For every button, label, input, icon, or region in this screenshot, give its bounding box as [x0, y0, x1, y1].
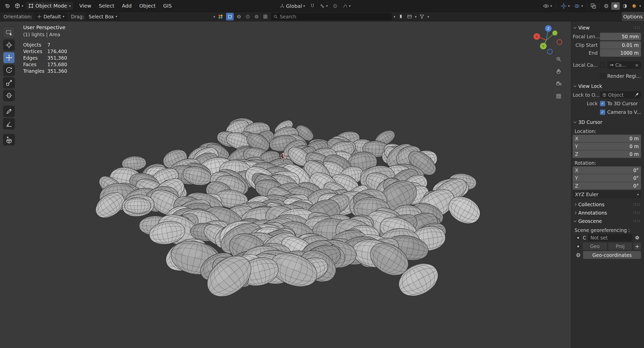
cursor-location-x-field[interactable]: X0 m — [573, 135, 641, 142]
tool-rotate[interactable] — [3, 65, 15, 76]
shading-solid-button[interactable] — [611, 2, 620, 10]
orientation-default-dropdown[interactable]: Default ▾ — [34, 13, 67, 20]
tool-annotate[interactable] — [3, 106, 15, 117]
collection-display-button[interactable] — [406, 13, 413, 20]
chevron-down-icon[interactable]: ▾ — [415, 15, 417, 18]
tool-move[interactable] — [3, 52, 15, 63]
drag-dropdown[interactable]: Select Box ▾ — [86, 13, 120, 20]
camera-to-view-checkbox[interactable]: ✓ — [600, 110, 605, 115]
ring-option-button[interactable] — [253, 13, 260, 20]
zoom-button[interactable] — [554, 55, 563, 63]
shading-material-button[interactable] — [621, 2, 629, 10]
eyedropper-icon[interactable] — [634, 93, 639, 97]
blender-window: ▾ Object Mode ▾ View Select Add Object G… — [0, 0, 644, 348]
shading-rendered-button[interactable] — [630, 2, 638, 10]
clear-icon[interactable]: × — [635, 62, 639, 68]
pan-button[interactable] — [554, 67, 563, 76]
crs-field[interactable]: Not set — [588, 234, 632, 241]
palette-button[interactable] — [217, 13, 224, 20]
bookmark-button[interactable] — [397, 13, 404, 20]
grid-option-button[interactable] — [262, 13, 269, 20]
section-annotations-header[interactable]: Annotations — [573, 208, 641, 217]
scene-canvas[interactable] — [0, 21, 571, 348]
chevron-down-icon[interactable]: ▾ — [427, 15, 429, 18]
filter-button[interactable] — [419, 13, 425, 20]
xray-icon — [590, 3, 596, 9]
add-crs-button[interactable]: + — [633, 242, 641, 250]
menu-gis[interactable]: GIS — [159, 0, 175, 12]
crs-settings-button[interactable] — [633, 234, 641, 241]
gizmo-axis-y-neg[interactable] — [552, 30, 557, 36]
cursor-rotation-z-field[interactable]: Z0° — [573, 182, 641, 190]
navigation-gizmo[interactable]: Z X Y — [529, 22, 564, 57]
section-geoscene-header[interactable]: Geoscene — [573, 217, 641, 225]
to-3d-cursor-checkbox[interactable]: ✓ — [600, 101, 605, 106]
render-region-checkbox[interactable] — [600, 74, 605, 79]
tool-scale[interactable] — [3, 77, 15, 88]
options-button[interactable]: Options — [622, 12, 644, 21]
blender-logo-button[interactable] — [3, 1, 12, 10]
tool-select-box[interactable] — [3, 27, 15, 38]
show-gizmo-dropdown[interactable]: ▾ — [559, 2, 571, 11]
proportional-edit-toggle[interactable] — [332, 3, 339, 9]
geo-proj-radio[interactable] — [576, 244, 581, 249]
section-view-header[interactable]: View — [573, 23, 641, 32]
snap-settings-dropdown[interactable]: ▾ — [318, 2, 330, 11]
editor-type-button[interactable]: ▾ — [13, 1, 25, 10]
search-input[interactable] — [280, 14, 389, 19]
viewport-3d[interactable]: User Perspective (1) lights | Area Objec… — [0, 21, 571, 348]
panel-grip[interactable] — [633, 220, 640, 223]
clip-end-field[interactable]: 1000 m — [600, 49, 641, 57]
falloff-dropdown[interactable]: ▾ — [341, 2, 352, 11]
chevron-down-icon[interactable]: ▾ — [394, 15, 396, 18]
tool-transform[interactable] — [3, 90, 15, 101]
xray-toggle[interactable] — [590, 3, 597, 9]
circle-option-button[interactable] — [244, 13, 251, 20]
show-overlays-dropdown[interactable]: ▾ — [572, 2, 585, 11]
shading-wireframe-button[interactable] — [602, 2, 611, 10]
menu-add[interactable]: Add — [118, 0, 135, 12]
visibility-dropdown[interactable]: ▾ — [541, 2, 554, 11]
section-view-lock-header[interactable]: View Lock — [573, 82, 641, 90]
geo-button[interactable]: Geo — [583, 242, 607, 250]
cursor-rotation-x-field[interactable]: X0° — [573, 166, 641, 174]
local-camera-checkbox[interactable] — [600, 62, 605, 68]
panel-grip[interactable] — [633, 26, 640, 29]
snap-toggle[interactable] — [309, 3, 316, 9]
geo-coordinates-button[interactable]: Geo-coordinates — [583, 251, 641, 259]
tool-cursor[interactable] — [3, 40, 15, 51]
chevron-down-icon[interactable]: ▾ — [213, 15, 215, 18]
local-camera-field[interactable]: Ca... × — [607, 61, 641, 69]
rotation-mode-dropdown[interactable]: XYZ Euler ▾ — [573, 191, 641, 198]
panel-grip[interactable] — [633, 203, 640, 206]
sphere-option-button[interactable] — [236, 13, 242, 20]
menu-select[interactable]: Select — [95, 0, 118, 12]
panel-grip[interactable] — [633, 211, 640, 214]
gizmo-axis-x-neg[interactable] — [557, 40, 562, 45]
section-3d-cursor-header[interactable]: 3D Cursor — [573, 118, 641, 126]
section-collections-header[interactable]: Collections — [573, 200, 641, 208]
camera-view-button[interactable] — [554, 80, 563, 88]
lock-to-object-row: Lock to O... Object — [573, 91, 641, 99]
crs-radio[interactable] — [576, 235, 581, 240]
search-box[interactable] — [271, 13, 392, 20]
orthographic-toggle-button[interactable] — [554, 92, 563, 100]
proj-button[interactable]: Proj — [608, 242, 632, 250]
zoom-icon — [556, 56, 562, 62]
cursor-location-y-field[interactable]: Y0 m — [573, 143, 641, 150]
focal-length-field[interactable]: 50 mm — [600, 33, 641, 40]
tool-add-primitive[interactable] — [3, 134, 15, 145]
gizmo-mini-icon — [37, 14, 42, 19]
tool-measure[interactable] — [3, 118, 15, 129]
active-tool-toggle[interactable] — [226, 13, 234, 20]
cursor-location-z-field[interactable]: Z0 m — [573, 150, 641, 158]
menu-view[interactable]: View — [76, 0, 95, 12]
lock-to-object-field[interactable]: Object — [600, 91, 641, 99]
mode-dropdown[interactable]: Object Mode ▾ — [26, 2, 74, 10]
crs-prefix-label: C — [583, 235, 586, 240]
cursor-rotation-y-field[interactable]: Y0° — [573, 174, 641, 182]
gizmo-axis-z-neg[interactable] — [547, 49, 552, 54]
menu-object[interactable]: Object — [135, 0, 159, 12]
clip-start-field[interactable]: 0.01 m — [600, 41, 641, 49]
orientation-dropdown[interactable]: Global ▾ — [278, 2, 307, 11]
